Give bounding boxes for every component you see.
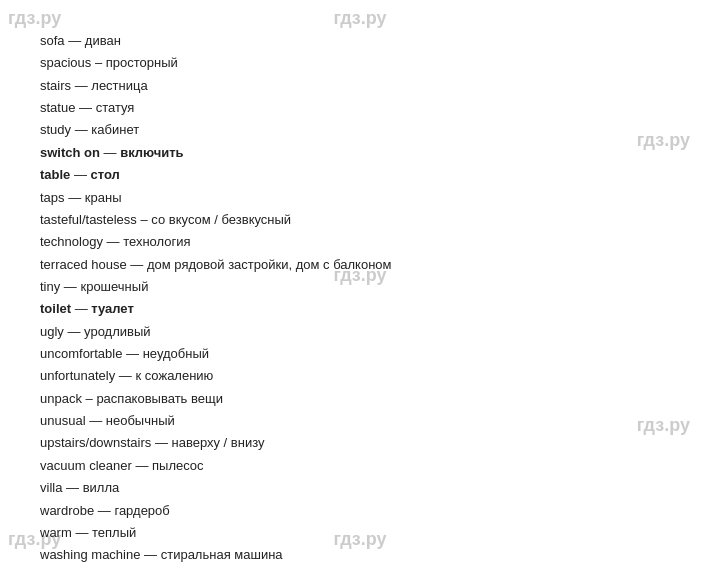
vocab-item: toilet — туалет: [40, 298, 680, 320]
vocab-item: taps — краны: [40, 187, 680, 209]
vocab-item: switch on — включить: [40, 142, 680, 164]
vocab-item: tiny — крошечный: [40, 276, 680, 298]
watermark-top-left: гдз.ру: [8, 8, 61, 29]
vocab-item: villa — вилла: [40, 477, 680, 499]
vocab-item: washing machine — стиральная машина: [40, 544, 680, 566]
vocab-item: study — кабинет: [40, 119, 680, 141]
vocab-item: warm — теплый: [40, 522, 680, 544]
vocab-item: wardrobe — гардероб: [40, 500, 680, 522]
vocab-item: unusual — необычный: [40, 410, 680, 432]
vocab-item: sofa — диван: [40, 30, 680, 52]
vocab-item: statue — статуя: [40, 97, 680, 119]
vocab-item: tasteful/tasteless – со вкусом / безвкус…: [40, 209, 680, 231]
watermark-top-center: гдз.ру: [333, 8, 386, 29]
vocab-item: spacious – просторный: [40, 52, 680, 74]
vocab-item: upstairs/downstairs — наверху / внизу: [40, 432, 680, 454]
vocab-item: technology — технология: [40, 231, 680, 253]
vocab-item: table — стол: [40, 164, 680, 186]
vocab-item: unfortunately — к сожалению: [40, 365, 680, 387]
vocab-list: sofa — диванspacious – просторныйstairs …: [40, 30, 680, 568]
vocab-item: unpack – распаковывать вещи: [40, 388, 680, 410]
vocab-item: stairs — лестница: [40, 75, 680, 97]
vocab-item: terraced house — дом рядовой застройки, …: [40, 254, 680, 276]
main-content: sofa — диванspacious – просторныйstairs …: [40, 30, 680, 528]
vocab-item: vacuum cleaner — пылесос: [40, 455, 680, 477]
vocab-item: ugly — уродливый: [40, 321, 680, 343]
vocab-item: uncomfortable — неудобный: [40, 343, 680, 365]
